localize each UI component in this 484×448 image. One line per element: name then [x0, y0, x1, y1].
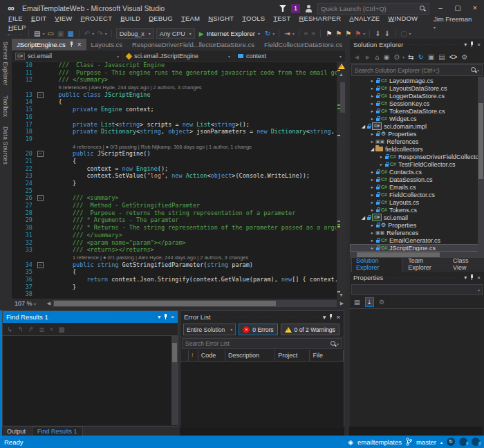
- tree-item-jscriptengine-cs[interactable]: ▸C#JScriptEngine.cs: [350, 244, 484, 252]
- collapsed-arrow-icon[interactable]: ▸: [369, 177, 375, 183]
- new-file-icon[interactable]: ▤: [33, 29, 41, 38]
- fr-next-location-icon[interactable]: ↱: [28, 325, 35, 334]
- collapsed-arrow-icon[interactable]: ▸: [369, 223, 375, 228]
- tree-item-responsedriverfieldcollectordatastore[interactable]: ▸C#ResponseDriverFieldCollectorDataStore: [350, 153, 484, 160]
- fr-prev-location-icon[interactable]: ↰: [17, 325, 24, 334]
- scrollbar-thumb[interactable]: [357, 252, 440, 257]
- column-header-code[interactable]: Code: [198, 350, 225, 361]
- se-properties-icon[interactable]: ⚙: [460, 53, 468, 62]
- se-home-icon[interactable]: ⌂: [375, 53, 380, 62]
- collapsed-arrow-icon[interactable]: ▸: [378, 162, 384, 167]
- column-header-file[interactable]: File: [310, 350, 344, 361]
- menu-resharper[interactable]: RESHARPER: [295, 14, 345, 23]
- feedback-tool-icon[interactable]: ▢: [400, 29, 407, 38]
- collapse-box-icon[interactable]: −: [37, 262, 44, 268]
- code-area[interactable]: 10 /// Class - Javascript Engine11 /// P…: [12, 62, 337, 299]
- close-icon[interactable]: ×: [171, 314, 174, 320]
- se-view-code-icon[interactable]: <>: [449, 53, 458, 62]
- error-scope-select[interactable]: Entire Solution ▾: [183, 324, 236, 335]
- scrollbar-thumb[interactable]: [478, 103, 483, 179]
- codelens-indicator[interactable]: 4 references | ● 0/3 passing | Rob Nijka…: [12, 143, 337, 151]
- collapsed-arrow-icon[interactable]: ▸: [369, 169, 375, 175]
- codelens-indicator[interactable]: 1 reference | ● 0/1 passing | Alex Hyde,…: [12, 254, 337, 261]
- tree-horizontal-scrollbar[interactable]: [350, 252, 484, 258]
- menu-team[interactable]: TEAM: [177, 14, 204, 23]
- chevron-down-icon[interactable]: ▾: [363, 31, 365, 36]
- collapsed-arrow-icon[interactable]: ▸: [369, 78, 375, 84]
- window-menu-icon[interactable]: ▾: [464, 274, 467, 281]
- tree-item-references[interactable]: ▸▣▣References: [350, 138, 484, 145]
- auto-hide-pin-icon[interactable]: [469, 274, 474, 281]
- minimize-button[interactable]: –: [434, 3, 447, 13]
- se-nested-icon[interactable]: ▣: [427, 53, 435, 62]
- uncomment-lines-icon[interactable]: ≡: [311, 29, 317, 38]
- maximize-button[interactable]: ▢: [452, 3, 464, 13]
- tree-item-sci-domain-impl[interactable]: ◢C#sci.domain.impl: [350, 122, 484, 130]
- se-show-all-files-icon[interactable]: ▤: [438, 53, 445, 62]
- side-tab-data-sources[interactable]: Data Sources: [2, 127, 9, 165]
- editor-tab-jscriptengine-cs[interactable]: JScriptEngine.cs: [12, 39, 86, 50]
- se-sync-active-document-icon[interactable]: ⇆: [407, 53, 414, 62]
- tree-item-properties[interactable]: ▸⚙Properties: [350, 130, 484, 138]
- next-bookmark-icon[interactable]: ⚑: [344, 29, 352, 38]
- expanded-arrow-icon[interactable]: ◢: [360, 215, 366, 221]
- close-icon[interactable]: ×: [336, 313, 340, 321]
- tree-item-properties[interactable]: ▸⚙Properties: [350, 221, 484, 229]
- panel-tab-team-explorer[interactable]: Team Explorer: [404, 256, 447, 272]
- pending-changes-icon[interactable]: 0: [459, 438, 467, 446]
- collapse-box-icon[interactable]: −: [37, 92, 44, 98]
- expanded-arrow-icon[interactable]: ◢: [369, 147, 375, 152]
- collapse-box-icon[interactable]: −: [37, 195, 44, 201]
- publish-icon[interactable]: ◈: [348, 438, 353, 446]
- menu-test[interactable]: TEST: [269, 14, 295, 23]
- save-icon[interactable]: ▣: [57, 29, 64, 38]
- property-pages-icon[interactable]: ⚙: [378, 298, 386, 306]
- window-menu-icon[interactable]: ▾: [464, 41, 467, 48]
- find-results-content[interactable]: [3, 336, 178, 425]
- tree-item-layoutsdatastore-cs[interactable]: ▸C#LayoutsDataStore.cs: [350, 84, 484, 92]
- collapsed-arrow-icon[interactable]: ▸: [369, 116, 375, 122]
- collapse-box-icon[interactable]: −: [37, 151, 44, 157]
- chevron-down-icon[interactable]: ▾: [409, 31, 411, 36]
- error-list-search-input[interactable]: Search Error List ▾: [182, 338, 342, 349]
- panel-tab-solution-explorer[interactable]: Solution Explorer: [351, 256, 402, 272]
- navigate-forward-icon[interactable]: →: [16, 29, 24, 38]
- collapsed-arrow-icon[interactable]: ▸: [369, 200, 375, 205]
- column-header-description[interactable]: Description: [225, 350, 275, 361]
- breadcrumb-sci-email[interactable]: C#sci.email▾: [12, 50, 123, 62]
- navigate-backward-icon[interactable]: ←: [6, 29, 14, 38]
- tree-item-loggerdatastore-cs[interactable]: ▸C#LoggerDataStore.cs: [350, 92, 484, 100]
- collapsed-arrow-icon[interactable]: ▸: [369, 109, 375, 114]
- chevron-down-icon[interactable]: ▾: [272, 31, 274, 36]
- collapsed-arrow-icon[interactable]: ▸: [369, 192, 375, 198]
- column-header-[interactable]: !: [189, 350, 198, 361]
- warnings-filter-button[interactable]: 0 of 2 Warnings: [281, 324, 339, 335]
- editor-zoom-select[interactable]: 107 % ▾: [12, 300, 45, 307]
- tree-item-tokens-cs[interactable]: ▸C#Tokens.cs: [350, 206, 484, 214]
- tree-item-contacts-cs[interactable]: ▸C#Contacts.cs: [350, 168, 484, 176]
- menu-project[interactable]: PROJECT: [76, 14, 116, 23]
- repo-name[interactable]: emailtemplates: [357, 438, 402, 446]
- alphabetical-sort-icon[interactable]: ⇣: [365, 297, 375, 307]
- scrollbar-thumb[interactable]: [54, 301, 276, 306]
- tree-item-references[interactable]: ▸▣▣References: [350, 229, 484, 236]
- tree-item-layouts-cs[interactable]: ▸C#Layouts.cs: [350, 198, 484, 206]
- window-menu-icon[interactable]: ▾: [158, 314, 160, 320]
- scrollbar-thumb[interactable]: [172, 343, 177, 362]
- collapsed-arrow-icon[interactable]: ▸: [369, 185, 375, 190]
- fr-clear-all-icon[interactable]: ≣: [38, 325, 45, 334]
- filter-icon[interactable]: [279, 5, 286, 12]
- chevron-up-icon[interactable]: ▴: [440, 440, 443, 445]
- se-refresh-icon[interactable]: ↻: [417, 53, 424, 62]
- menu-file[interactable]: FILE: [4, 14, 27, 23]
- menu-tools[interactable]: TOOLS: [238, 14, 269, 23]
- scrollbar-thumb[interactable]: [340, 82, 345, 113]
- chevron-down-icon[interactable]: ▾: [42, 31, 44, 36]
- tree-item-fieldcollector-cs[interactable]: ▸C#FieldCollector.cs: [350, 191, 484, 198]
- pin-icon[interactable]: [69, 41, 74, 48]
- chevron-down-icon[interactable]: ▾: [402, 55, 404, 59]
- close-button[interactable]: ×: [469, 3, 481, 13]
- chevron-down-icon[interactable]: ▾: [292, 31, 295, 36]
- chevron-down-icon[interactable]: ▾: [92, 31, 94, 36]
- notification-badge[interactable]: 1: [291, 4, 300, 13]
